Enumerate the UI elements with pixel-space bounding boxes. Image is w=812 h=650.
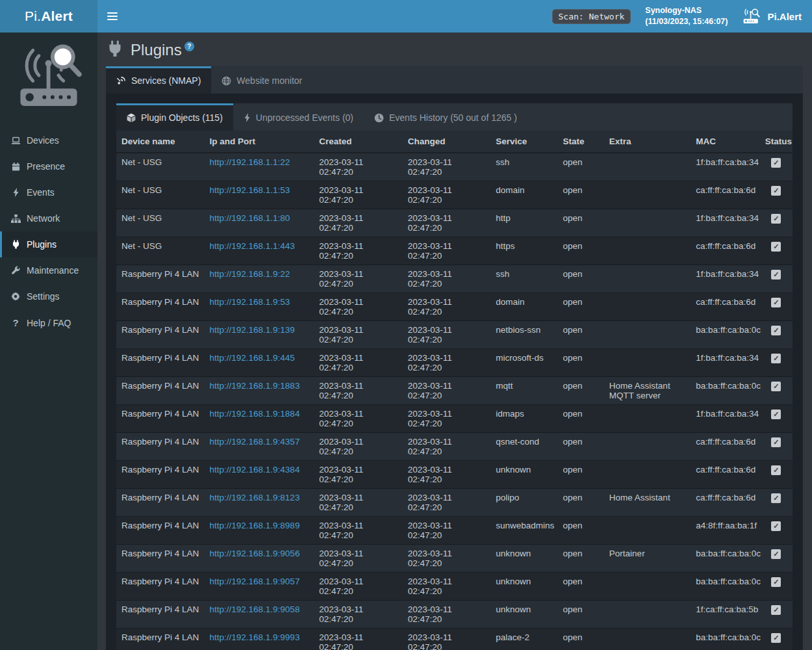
extra-cell: Portainer: [604, 545, 691, 573]
device-name-cell: Raspberry Pi 4 LAN: [116, 321, 205, 349]
plugin-subtabs: Plugin Objects (115)Unprocessed Events (…: [116, 103, 793, 131]
port-link[interactable]: http://192.168.1.9:9057: [210, 577, 300, 586]
port-link[interactable]: http://192.168.1.1:80: [210, 213, 290, 223]
sidebar-item-devices[interactable]: Devices: [0, 127, 97, 153]
scan-timestamp: (11/03/2023, 15:46:07): [645, 16, 728, 28]
status-checkbox[interactable]: ✓: [771, 549, 781, 559]
device-name-cell: Raspberry Pi 4 LAN: [116, 517, 205, 545]
services-nmap-pane: Plugin Objects (115)Unprocessed Events (…: [106, 94, 803, 650]
port-link[interactable]: http://192.168.1.9:1883: [210, 381, 300, 391]
status-checkbox[interactable]: ✓: [771, 382, 781, 391]
created-cell: 2023-03-11 02:47:20: [314, 293, 403, 321]
port-link[interactable]: http://192.168.1.9:139: [210, 325, 295, 335]
port-link[interactable]: http://192.168.1.9:53: [210, 297, 290, 307]
port-link[interactable]: http://192.168.1.1:53: [210, 185, 290, 195]
status-checkbox[interactable]: ✓: [771, 242, 781, 252]
port-link-cell: http://192.168.1.1:22: [205, 153, 314, 181]
status-checkbox[interactable]: ✓: [771, 605, 781, 615]
plugins-box: Services (NMAP)Website monitor Plugin Ob…: [106, 66, 803, 650]
navbar-brand[interactable]: Pi.Alert: [742, 8, 802, 24]
service-cell: ssh: [490, 153, 557, 181]
port-link-cell: http://192.168.1.9:9057: [205, 573, 314, 601]
port-link[interactable]: http://192.168.1.9:4384: [210, 465, 300, 474]
status-checkbox[interactable]: ✓: [771, 465, 781, 475]
state-cell: open: [558, 237, 604, 265]
gear-icon: [10, 292, 21, 301]
status-checkbox[interactable]: ✓: [771, 298, 781, 307]
column-header-device-name: Device name: [116, 131, 205, 153]
table-row: Raspberry Pi 4 LANhttp://192.168.1.9:532…: [116, 293, 793, 321]
status-checkbox[interactable]: ✓: [771, 493, 781, 503]
sidebar-item-plugins[interactable]: Plugins: [0, 231, 97, 257]
status-checkbox[interactable]: ✓: [771, 326, 781, 335]
column-header-service: Service: [490, 131, 557, 153]
port-link[interactable]: http://192.168.1.9:1884: [210, 409, 300, 419]
device-name-cell: Raspberry Pi 4 LAN: [116, 377, 205, 405]
device-name-cell: Raspberry Pi 4 LAN: [116, 293, 205, 321]
status-checkbox[interactable]: ✓: [771, 521, 781, 531]
port-link[interactable]: http://192.168.1.9:4357: [210, 437, 300, 447]
sidebar-item-network[interactable]: Network: [0, 205, 97, 231]
sidebar-item-label: Maintenance: [27, 265, 79, 276]
sitemap-icon: [10, 214, 21, 223]
status-checkbox[interactable]: ✓: [771, 214, 781, 224]
mac-cell: 1f:ca:ff:ca:ba:5b: [691, 601, 759, 629]
table-row: Raspberry Pi 4 LANhttp://192.168.1.9:812…: [116, 489, 793, 517]
app-logo[interactable]: Pi.Alert: [0, 0, 97, 32]
sidebar-item-label: Presence: [27, 161, 65, 172]
changed-cell: 2023-03-11 02:47:20: [403, 461, 491, 489]
port-link[interactable]: http://192.168.1.1:443: [210, 241, 295, 251]
bolt-icon: [244, 113, 251, 122]
status-checkbox[interactable]: ✓: [771, 437, 781, 447]
sidebar-item-events[interactable]: Events: [0, 179, 97, 205]
extra-cell: [604, 209, 691, 237]
table-row: Raspberry Pi 4 LANhttp://192.168.1.9:188…: [116, 377, 793, 405]
sidebar-item-presence[interactable]: Presence: [0, 153, 97, 179]
mac-cell: ba:ba:ff:ca:ba:0c: [691, 573, 759, 601]
help-badge[interactable]: ?: [184, 42, 194, 51]
port-link[interactable]: http://192.168.1.9:22: [210, 269, 290, 279]
port-link[interactable]: http://192.168.1.9:9993: [210, 632, 300, 642]
sidebar-item-maintenance[interactable]: Maintenance: [0, 257, 97, 283]
router-scan-logo-icon: [10, 42, 87, 112]
created-cell: 2023-03-11 02:47:20: [314, 601, 403, 629]
sidebar-item-label: Help / FAQ: [27, 318, 71, 328]
mac-cell: ca:ff:ff:ca:ba:6d: [691, 293, 759, 321]
sidebar-toggle-icon[interactable]: [97, 0, 127, 32]
status-cell: ✓: [760, 489, 793, 517]
subtab-plugin-objects-115[interactable]: Plugin Objects (115): [116, 103, 233, 131]
status-checkbox[interactable]: ✓: [771, 186, 781, 196]
created-cell: 2023-03-11 02:47:20: [314, 489, 403, 517]
status-cell: ✓: [760, 181, 793, 209]
globe-icon: [222, 76, 231, 86]
status-checkbox[interactable]: ✓: [771, 270, 781, 280]
changed-cell: 2023-03-11 02:47:20: [403, 265, 491, 293]
status-checkbox[interactable]: ✓: [771, 410, 781, 419]
extra-cell: [604, 237, 691, 265]
port-link[interactable]: http://192.168.1.9:9056: [210, 549, 300, 558]
status-checkbox[interactable]: ✓: [771, 577, 781, 587]
device-name-cell: Net - USG: [116, 153, 205, 181]
changed-cell: 2023-03-11 02:47:20: [403, 629, 491, 650]
page-title: Plugins: [131, 41, 182, 59]
port-link[interactable]: http://192.168.1.9:8123: [210, 493, 300, 502]
extra-cell: [604, 601, 691, 629]
subtab-unprocessed-events-0[interactable]: Unprocessed Events (0): [233, 103, 364, 131]
sidebar-item-settings[interactable]: Settings: [0, 283, 97, 309]
status-checkbox[interactable]: ✓: [771, 354, 781, 363]
state-cell: open: [558, 629, 604, 650]
status-checkbox[interactable]: ✓: [771, 633, 781, 643]
port-link[interactable]: http://192.168.1.9:9058: [210, 604, 300, 614]
extra-cell: [604, 517, 691, 545]
subtab-events-history-50-out-of-1265[interactable]: Events History (50 out of 1265 ): [364, 103, 527, 131]
tab-services-nmap[interactable]: Services (NMAP): [106, 66, 211, 94]
table-row: Raspberry Pi 4 LANhttp://192.168.1.9:905…: [116, 545, 793, 573]
status-cell: ✓: [760, 629, 793, 650]
port-link[interactable]: http://192.168.1.9:445: [210, 353, 295, 363]
status-checkbox[interactable]: ✓: [771, 158, 781, 168]
port-link[interactable]: http://192.168.1.1:22: [210, 157, 290, 167]
sidebar-item-help-faq[interactable]: ?Help / FAQ: [0, 309, 97, 336]
tab-website-monitor[interactable]: Website monitor: [211, 66, 312, 94]
port-link[interactable]: http://192.168.1.9:8989: [210, 521, 300, 530]
table-body: Net - USGhttp://192.168.1.1:222023-03-11…: [116, 153, 793, 650]
